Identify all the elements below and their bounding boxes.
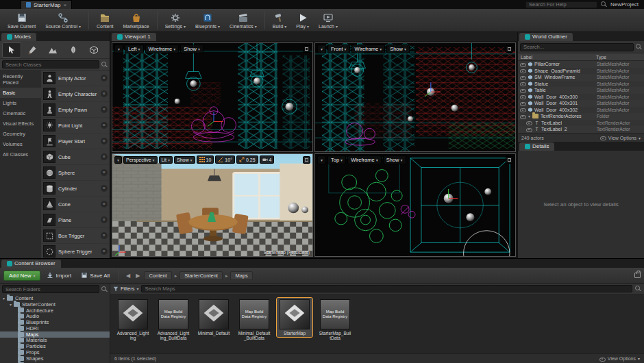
category-lights[interactable]: Lights: [0, 98, 41, 108]
visibility-eye-icon[interactable]: [526, 120, 532, 125]
cb-view-options-button[interactable]: View Options: [599, 356, 640, 362]
visibility-eye-icon[interactable]: [520, 88, 526, 93]
add-new-button[interactable]: Add New: [3, 271, 40, 281]
outliner-row[interactable]: PillarCornerStaticMeshActor: [518, 61, 644, 68]
category-all-classes[interactable]: All Classes: [0, 149, 41, 160]
outliner-search-input[interactable]: [520, 43, 634, 51]
place-item-player-start[interactable]: Player Start: [41, 134, 110, 149]
search-icon[interactable]: [601, 1, 607, 8]
search-classes-input[interactable]: [2, 60, 99, 68]
outliner-row[interactable]: TextLabelTextRenderActor: [518, 120, 644, 127]
outliner-row[interactable]: StatueStaticMeshActor: [518, 81, 644, 88]
visibility-eye-icon[interactable]: [520, 62, 526, 67]
mode-place-button[interactable]: [2, 42, 21, 58]
tree-item-materials[interactable]: Materials: [0, 338, 110, 344]
place-item-box-trigger[interactable]: Box Trigger: [41, 228, 110, 244]
outliner-folder-row[interactable]: TextRenderActoresFolder: [518, 113, 644, 120]
settings-button[interactable]: Settings: [160, 9, 190, 32]
expand-arrow-icon[interactable]: [3, 295, 5, 301]
blueprints-button[interactable]: Blueprints: [190, 9, 225, 32]
place-item-sphere[interactable]: Sphere: [41, 165, 110, 181]
pane-show-button[interactable]: Show: [180, 45, 203, 53]
category-geometry[interactable]: Geometry: [0, 129, 41, 139]
content-button[interactable]: Content: [92, 9, 119, 32]
visibility-eye-icon[interactable]: [520, 94, 526, 99]
visibility-eye-icon[interactable]: [520, 81, 526, 86]
save-current-button[interactable]: Save Current: [3, 9, 40, 32]
pane-show-button[interactable]: Show: [383, 155, 406, 164]
launch-button[interactable]: Launch: [314, 9, 343, 32]
outliner-row[interactable]: Shape_QuadPyramidStaticMeshActor: [518, 68, 644, 75]
camera-speed-button[interactable]: 4: [260, 155, 275, 164]
cinematics-button[interactable]: Cinematics: [225, 9, 262, 32]
breadcrumb-startercontent[interactable]: StarterContent: [179, 271, 223, 280]
help-search-input[interactable]: [525, 1, 597, 8]
pane-viewmode-button[interactable]: Wireframe: [145, 45, 179, 53]
tab-world-outliner[interactable]: World Outliner: [519, 33, 573, 41]
pane-show-button[interactable]: Show: [174, 156, 195, 164]
category-recently-placed[interactable]: Recently Placed: [0, 71, 41, 88]
viewport-pane-top[interactable]: Top Wireframe Show: [314, 153, 516, 257]
category-basic[interactable]: Basic: [0, 88, 41, 98]
asset-tile-advanced-lighting[interactable]: Advanced_Lighting: [115, 298, 151, 342]
place-item-point-light[interactable]: Point Light: [41, 118, 110, 134]
expand-arrow-icon[interactable]: [10, 301, 12, 308]
pane-view-button[interactable]: Perspective: [123, 156, 158, 164]
pane-options-button[interactable]: [114, 45, 123, 53]
build-button[interactable]: Build: [268, 9, 292, 32]
pane-viewmode-button[interactable]: Lit: [159, 156, 173, 164]
pane-viewmode-button[interactable]: Wireframe: [351, 45, 386, 53]
pane-options-button[interactable]: [317, 155, 326, 164]
filters-button[interactable]: Filters: [113, 286, 138, 292]
outliner-row[interactable]: TableStaticMeshActor: [518, 87, 644, 94]
search-assets-input[interactable]: [141, 285, 632, 292]
category-visual-effects[interactable]: Visual Effects: [0, 118, 41, 129]
tree-item-maps[interactable]: Maps: [0, 331, 110, 338]
place-item-empty-actor[interactable]: Empty Actor: [41, 71, 110, 86]
tree-item-blueprints[interactable]: Blueprints: [0, 319, 110, 325]
asset-tile-minimal-default[interactable]: Minimal_Default: [196, 298, 232, 337]
visibility-eye-icon[interactable]: [526, 127, 532, 132]
outliner-row[interactable]: SM_WindowFrameStaticMeshActor: [518, 74, 644, 81]
rotation-snap-button[interactable]: 10°: [215, 155, 235, 164]
outliner-column-headers[interactable]: Label Type: [518, 53, 644, 61]
maximize-viewport-icon[interactable]: [506, 156, 513, 164]
tab-modes[interactable]: Modes: [1, 33, 36, 41]
pane-view-button[interactable]: Top: [327, 155, 346, 164]
category-volumes[interactable]: Volumes: [0, 139, 41, 149]
pane-viewmode-button[interactable]: Wireframe: [347, 155, 382, 164]
outliner-view-options-button[interactable]: View Options: [600, 135, 641, 140]
tab-details[interactable]: Details: [519, 142, 554, 151]
pane-options-button[interactable]: [317, 45, 326, 53]
pane-view-button[interactable]: Left: [125, 45, 144, 53]
column-label[interactable]: Label: [521, 55, 596, 60]
viewport-pane-front[interactable]: Front Wireframe Show: [314, 42, 516, 152]
expand-arrow-icon[interactable]: [528, 114, 530, 118]
breadcrumb-maps[interactable]: Maps: [230, 271, 252, 280]
outliner-row[interactable]: Wall_Door_400x302StaticMeshActor: [518, 107, 644, 114]
place-item-cone[interactable]: Cone: [41, 197, 110, 212]
visibility-eye-icon[interactable]: [520, 107, 526, 112]
place-item-cylinder[interactable]: Cylinder: [41, 181, 110, 197]
search-folders-input[interactable]: [2, 285, 99, 293]
lock-icon[interactable]: [634, 273, 641, 278]
place-item-empty-character[interactable]: Empty Character: [41, 86, 110, 102]
tree-item-startercontent[interactable]: StarterContent: [0, 301, 110, 308]
tree-item-architecture[interactable]: Architecture: [0, 308, 110, 314]
grid-snap-button[interactable]: 10: [197, 155, 214, 164]
back-button[interactable]: [125, 273, 132, 279]
close-icon[interactable]: [64, 2, 67, 8]
pane-view-button[interactable]: Front: [327, 45, 350, 53]
outliner-row[interactable]: Wall_Door_400x301StaticMeshActor: [518, 100, 644, 107]
mode-landscape-button[interactable]: [43, 42, 62, 58]
import-button[interactable]: Import: [43, 271, 75, 280]
visibility-eye-icon[interactable]: [520, 75, 526, 80]
source-control-button[interactable]: Source Control: [40, 9, 86, 32]
pane-show-button[interactable]: Show: [386, 45, 410, 53]
place-item-sphere-trigger[interactable]: Sphere Trigger: [41, 244, 110, 258]
place-item-empty-pawn[interactable]: Empty Pawn: [41, 102, 110, 118]
asset-tile-advanced-lighting-builtdata[interactable]: Map Build Data Registry Advanced_Lightin…: [156, 298, 191, 342]
visibility-eye-icon[interactable]: [520, 114, 526, 119]
maximize-viewport-icon[interactable]: [303, 156, 310, 164]
mode-geometry-button[interactable]: [84, 42, 103, 58]
